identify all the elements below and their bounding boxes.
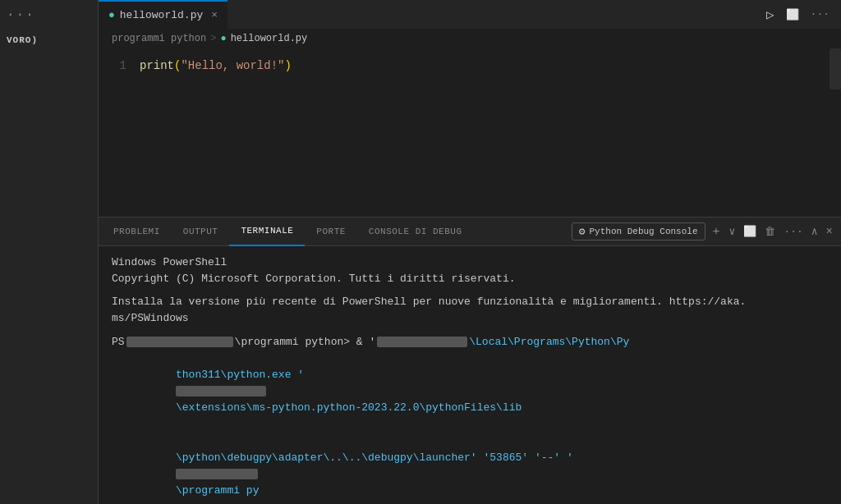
- breadcrumb-sep: >: [210, 33, 216, 44]
- more-terminal-icon[interactable]: ···: [782, 226, 804, 238]
- terminal-panel: PROBLEMI OUTPUT TERMINALE PORTE CONSOLE …: [99, 217, 841, 504]
- code-string: "Hello, world!": [181, 59, 284, 72]
- chevron-up-icon[interactable]: ∧: [810, 225, 820, 238]
- local-path: \Local\Programs\Python\Py: [469, 334, 629, 351]
- tab-console-debug[interactable]: CONSOLE DI DEBUG: [357, 218, 474, 246]
- path-blur-2: [377, 337, 467, 347]
- terminal-right-actions: ⚙ Python Debug Console + ∨ ⬜ 🗑 ··· ∧ ×: [572, 222, 841, 241]
- path-blur-3: [176, 386, 266, 396]
- tab-problemi[interactable]: PROBLEMI: [102, 218, 172, 246]
- code-line[interactable]: print("Hello, world!"): [140, 57, 841, 208]
- tab-filename: helloworld.py: [120, 9, 203, 21]
- path-mid: \programmi python>: [235, 334, 350, 351]
- breadcrumb-folder: programmi python: [112, 33, 206, 44]
- editor-tab[interactable]: ● helloworld.py ×: [99, 0, 227, 29]
- code-keyword-print: print: [140, 59, 174, 72]
- line-numbers: 1: [99, 57, 140, 208]
- term-line-1: Windows PowerShell: [112, 254, 828, 271]
- breadcrumb-file-icon: ●: [220, 33, 226, 44]
- breadcrumb-filename: helloworld.py: [231, 33, 308, 44]
- term-line-5: ms/PSWindows: [112, 310, 828, 327]
- run-icon[interactable]: ▷: [766, 7, 774, 23]
- term-line-blank1: [112, 287, 828, 294]
- path-blur-1: [126, 337, 233, 347]
- term-line-blank2: [112, 328, 828, 334]
- tab-terminale[interactable]: TERMINALE: [229, 218, 305, 246]
- python-line: thon311\python.exe ': [176, 369, 304, 381]
- gear-icon: ⚙: [579, 225, 586, 238]
- breadcrumb: programmi python > ● helloworld.py: [99, 29, 841, 48]
- path-blur-4: [176, 469, 258, 479]
- tab-porte[interactable]: PORTE: [305, 218, 357, 246]
- split-terminal-icon[interactable]: ⬜: [742, 225, 758, 238]
- tab-output[interactable]: OUTPUT: [172, 218, 230, 246]
- python-debug-console-btn[interactable]: ⚙ Python Debug Console: [572, 222, 705, 241]
- term-line-4: Installa la versione più recente di Powe…: [112, 294, 828, 310]
- tab-close-icon[interactable]: ×: [211, 9, 218, 21]
- editor-area: 1 print("Hello, world!"): [99, 48, 841, 217]
- ext-path: \extensions\ms-python.python-2023.22.0\p…: [176, 401, 522, 414]
- editor-scrollbar[interactable]: [830, 48, 841, 89]
- sidebar-label: VORO): [0, 29, 98, 52]
- terminal-output[interactable]: Windows PowerShell Copyright (C) Microso…: [99, 246, 841, 504]
- split-editor-icon[interactable]: ⬜: [786, 8, 799, 21]
- close-terminal-icon[interactable]: ×: [825, 225, 834, 238]
- more-actions-icon[interactable]: ···: [811, 8, 830, 21]
- sidebar-dots: ···: [7, 7, 35, 22]
- python-debug-label: Python Debug Console: [589, 227, 697, 236]
- debugpy-path: \python\debugpy\adapter\..\..\debugpy\la…: [176, 451, 573, 464]
- term-line-2: Copyright (C) Microsoft Corporation. Tut…: [112, 271, 828, 287]
- term-debugpy-line: \python\debugpy\adapter\..\..\debugpy\la…: [112, 433, 828, 504]
- amp-label: & ': [350, 334, 375, 351]
- terminal-tab-bar: PROBLEMI OUTPUT TERMINALE PORTE CONSOLE …: [99, 218, 841, 246]
- ps-label: PS: [112, 334, 125, 351]
- code-paren-close: ): [284, 59, 291, 72]
- programmi-path: \programmi py: [176, 484, 259, 497]
- file-icon: ●: [108, 9, 115, 21]
- trash-icon[interactable]: 🗑: [763, 226, 777, 238]
- dropdown-icon[interactable]: ∨: [728, 225, 738, 238]
- term-py-line: thon311\python.exe ' \extensions\ms-pyth…: [112, 351, 828, 433]
- add-terminal-icon[interactable]: +: [710, 225, 723, 239]
- term-ps-line: PS \programmi python> & ' \Local\Program…: [112, 334, 828, 351]
